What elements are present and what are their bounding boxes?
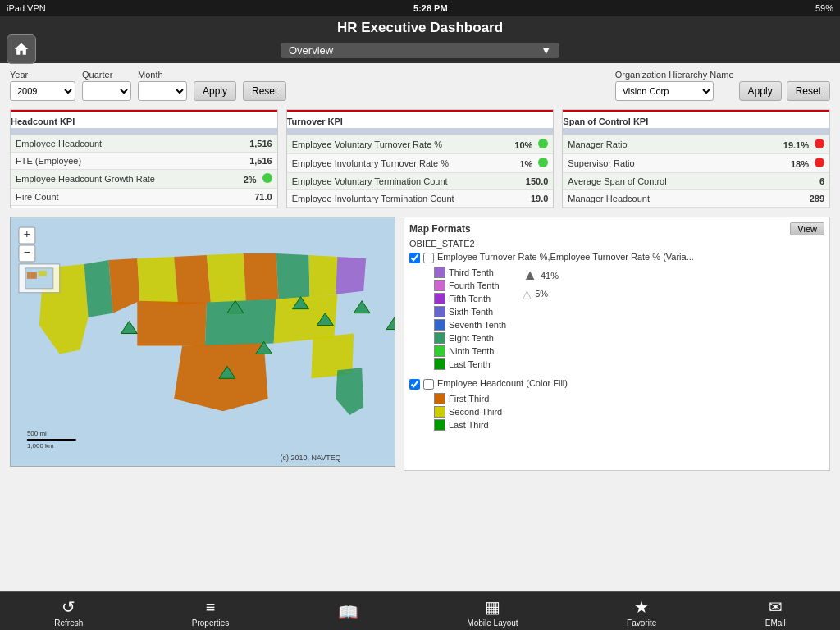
green-indicator <box>538 139 548 148</box>
headcount-kpi-table: Employee Headcount 1,516 FTE (Employee) … <box>11 128 277 206</box>
swatch <box>434 319 445 331</box>
table-row: Employee Involuntary Turnover Rate % 1% <box>287 154 554 173</box>
properties-icon: ≡ <box>206 598 216 617</box>
legend-item: Second Third <box>434 406 824 418</box>
svg-marker-9 <box>308 255 337 297</box>
month-filter: Month <box>138 70 187 101</box>
svg-text:1,000 km: 1,000 km <box>27 442 54 450</box>
svg-marker-2 <box>84 260 113 317</box>
row-value: 1,516 <box>222 135 277 153</box>
month-select[interactable] <box>138 81 187 101</box>
subtitle-bar: Overview ▼ <box>281 43 559 58</box>
red-indicator <box>815 139 824 148</box>
nav-email[interactable]: ✉ EMail <box>765 597 786 628</box>
nav-properties[interactable]: ≡ Properties <box>192 598 230 628</box>
red-indicator <box>815 158 824 167</box>
favorite-icon: ★ <box>634 597 649 617</box>
layer1-label: Employee Turnover Rate %,Employee Turnov… <box>437 252 694 262</box>
year-select[interactable]: 2009 2008 2010 <box>10 81 75 101</box>
table-row: Employee Headcount Growth Rate 2% <box>11 170 277 189</box>
status-battery: 59% <box>815 3 833 13</box>
org-filter-group: Organization Hierarchy Name Vision Corp … <box>615 70 830 101</box>
swatch <box>434 267 445 278</box>
row-value: 289 <box>744 190 829 208</box>
row-label: Employee Headcount <box>11 135 222 153</box>
map-container[interactable]: + − 500 mi 1,000 km (c) 2010, NAVTEQ <box>10 217 395 467</box>
table-row: Average Span of Control 6 <box>563 173 829 190</box>
org-label: Organization Hierarchy Name <box>615 70 734 80</box>
apply-button-2[interactable]: Apply <box>739 81 782 101</box>
svg-marker-8 <box>276 253 310 299</box>
legend-item: Seventh Tenth <box>434 319 506 331</box>
legend-header: Map Formats View <box>409 222 824 235</box>
app-header: HR Executive Dashboard Overview ▼ <box>0 16 840 63</box>
layer1-checkbox-row: Employee Turnover Rate %,Employee Turnov… <box>409 252 824 263</box>
row-value: 19.0 <box>500 190 554 208</box>
row-label: Hire Count <box>11 189 222 206</box>
nav-refresh[interactable]: ↺ Refresh <box>54 597 83 628</box>
dropdown-arrow[interactable]: ▼ <box>541 44 551 57</box>
nav-properties-label: Properties <box>192 619 230 628</box>
map-legend: Map Formats View OBIEE_STATE2 Employee T… <box>404 217 830 471</box>
svg-rect-35 <box>27 272 37 279</box>
row-value: 19.1% <box>744 135 829 154</box>
reset-button-1[interactable]: Reset <box>243 81 286 101</box>
row-value: 6 <box>744 173 829 190</box>
layer1-checkbox[interactable] <box>409 253 420 263</box>
swatch-label: Sixth Tenth <box>449 307 493 317</box>
nav-mobile-layout[interactable]: ▦ Mobile Layout <box>467 597 518 628</box>
nav-book[interactable]: 📖 <box>338 602 358 623</box>
headcount-kpi-label: Headcount KPI <box>11 115 277 128</box>
main-content: Year 2009 2008 2010 Quarter Q1Q2Q3Q4 Mon… <box>0 63 840 591</box>
email-icon: ✉ <box>769 597 783 617</box>
row-value: 2% <box>222 170 277 189</box>
kpi-row: Headcount KPI Employee Headcount 1,516 F… <box>10 109 830 208</box>
swatch <box>434 280 445 291</box>
svg-marker-10 <box>336 257 366 294</box>
swatch <box>434 393 445 404</box>
tenths-list: Third Tenth Fourth Tenth Fifth Tenth <box>434 267 506 372</box>
org-select[interactable]: Vision Corp <box>615 81 714 101</box>
row-value: 18% <box>744 154 829 173</box>
nav-refresh-label: Refresh <box>54 619 83 628</box>
row-label: Average Span of Control <box>563 173 744 190</box>
refresh-icon: ↺ <box>62 597 75 617</box>
layer2-checkbox[interactable] <box>409 379 420 390</box>
green-indicator <box>538 158 548 167</box>
row-label: Employee Voluntary Termination Count <box>287 173 500 190</box>
swatch-label: Second Third <box>449 407 502 417</box>
home-button[interactable] <box>7 34 36 64</box>
view-button[interactable]: View <box>790 222 824 235</box>
reset-button-2[interactable]: Reset <box>787 81 830 101</box>
year-label: Year <box>10 70 75 80</box>
table-row: Employee Voluntary Turnover Rate % 10% <box>287 135 554 154</box>
svg-text:500 mi: 500 mi <box>27 430 47 437</box>
row-label: Supervisor Ratio <box>563 154 744 173</box>
status-left: iPad VPN <box>7 3 46 13</box>
quarter-select[interactable]: Q1Q2Q3Q4 <box>82 81 131 101</box>
turnover-col-header <box>287 128 554 135</box>
layer2-checkbox-row: Employee Headcount (Color Fill) <box>409 378 824 390</box>
layer1-sub-checkbox[interactable] <box>423 253 434 263</box>
turnover-kpi-section: Turnover KPI Employee Voluntary Turnover… <box>286 109 555 208</box>
bottom-nav: ↺ Refresh ≡ Properties 📖 ▦ Mobile Layout… <box>0 591 840 630</box>
layer2-sub-checkbox[interactable] <box>423 379 434 390</box>
table-row: Supervisor Ratio 18% <box>563 154 829 173</box>
quarter-filter: Quarter Q1Q2Q3Q4 <box>82 70 131 101</box>
legend-item: Third Tenth <box>434 267 506 278</box>
page-title: HR Executive Dashboard <box>0 20 840 36</box>
swatch-label: Last Tenth <box>449 359 491 369</box>
span-kpi-label: Span of Control KPI <box>563 115 829 128</box>
month-label: Month <box>138 70 187 80</box>
svg-marker-12 <box>205 299 276 346</box>
swatch <box>434 293 445 304</box>
table-row: FTE (Employee) 1,516 <box>11 153 277 170</box>
svg-marker-6 <box>207 253 246 303</box>
status-bar: iPad VPN 5:28 PM 59% <box>0 0 840 16</box>
book-icon: 📖 <box>338 602 358 622</box>
nav-favorite[interactable]: ★ Favorite <box>627 597 656 628</box>
swatch-label: Eight Tenth <box>449 333 494 343</box>
map-formats-label: Map Formats <box>409 223 471 235</box>
apply-button-1[interactable]: Apply <box>194 81 236 101</box>
turnover-kpi-label: Turnover KPI <box>287 115 554 128</box>
